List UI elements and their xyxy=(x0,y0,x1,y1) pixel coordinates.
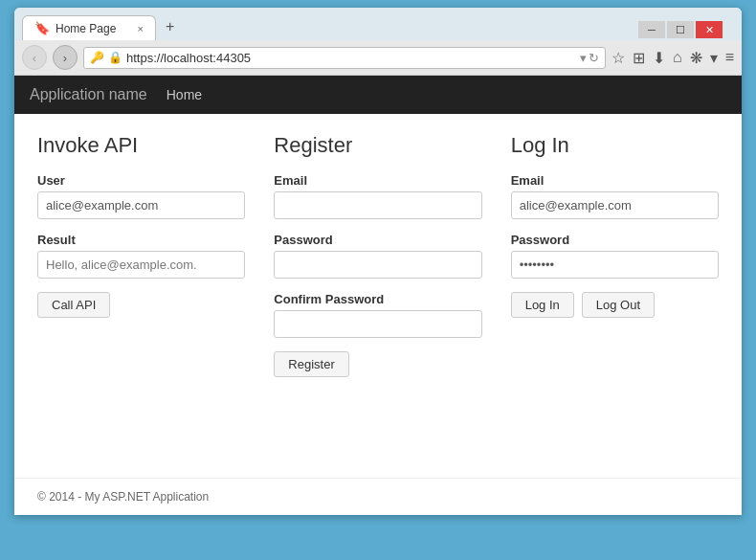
register-email-label: Email xyxy=(274,173,481,188)
login-email-input[interactable] xyxy=(511,191,719,219)
tab-icon: 🔖 xyxy=(34,21,50,35)
register-button[interactable]: Register xyxy=(274,351,348,377)
lock-icon: 🔒 xyxy=(108,51,122,64)
footer: © 2014 - My ASP.NET Application xyxy=(14,478,742,515)
login-section: Log In Email Password Log In Log Out xyxy=(511,133,719,377)
minimize-button[interactable]: ─ xyxy=(638,21,665,38)
result-label: Result xyxy=(37,233,245,247)
register-password-field-group: Password xyxy=(274,233,481,279)
user-input[interactable] xyxy=(37,191,245,219)
register-title: Register xyxy=(274,133,481,158)
result-field-group: Result xyxy=(37,233,245,279)
forward-icon: › xyxy=(63,51,67,65)
reload-icon[interactable]: ↻ xyxy=(589,51,599,65)
key-icon: 🔑 xyxy=(90,51,104,64)
register-password-input[interactable] xyxy=(274,251,481,279)
address-dropdown-icon[interactable]: ▾ xyxy=(580,51,587,65)
login-email-field-group: Email xyxy=(511,173,719,219)
register-confirm-input[interactable] xyxy=(274,310,481,338)
result-input[interactable] xyxy=(37,251,245,279)
user-field-group: User xyxy=(37,173,245,219)
clipboard-icon[interactable]: ⊞ xyxy=(633,49,645,67)
forward-button[interactable]: › xyxy=(53,45,78,70)
login-password-label: Password xyxy=(511,233,719,247)
download-icon[interactable]: ⬇ xyxy=(653,49,665,67)
register-email-field-group: Email xyxy=(274,173,481,219)
call-api-button[interactable]: Call API xyxy=(37,292,110,318)
login-title: Log In xyxy=(511,133,719,158)
new-tab-button[interactable]: + xyxy=(158,13,182,40)
home-icon[interactable]: ⌂ xyxy=(673,49,682,66)
main-content: Invoke API User Result Call API Register xyxy=(14,114,742,478)
tab-close-button[interactable]: × xyxy=(138,23,144,34)
browser-tab[interactable]: 🔖 Home Page × xyxy=(22,15,156,40)
login-btn-row: Log In Log Out xyxy=(511,292,719,318)
login-button[interactable]: Log In xyxy=(511,292,574,318)
login-password-field-group: Password xyxy=(511,233,719,279)
app-navbar: Application name Home xyxy=(14,76,742,114)
user-label: User xyxy=(37,173,245,188)
toolbar-dropdown-icon[interactable]: ▾ xyxy=(710,49,718,67)
register-confirm-field-group: Confirm Password xyxy=(274,292,481,338)
register-email-input[interactable] xyxy=(274,191,481,219)
invoke-api-section: Invoke API User Result Call API xyxy=(37,133,274,377)
back-button[interactable]: ‹ xyxy=(22,45,47,70)
bookmark-icon[interactable]: ☆ xyxy=(611,49,625,67)
register-section: Register Email Password Confirm Password… xyxy=(274,133,510,377)
login-email-label: Email xyxy=(511,173,719,188)
close-button[interactable]: ✕ xyxy=(696,21,723,38)
tab-title: Home Page xyxy=(56,22,116,35)
invoke-api-title: Invoke API xyxy=(37,133,245,158)
login-password-input[interactable] xyxy=(511,251,719,279)
maximize-button[interactable]: ☐ xyxy=(667,21,694,38)
extension-icon[interactable]: ❋ xyxy=(690,49,702,67)
register-password-label: Password xyxy=(274,233,481,247)
footer-text: © 2014 - My ASP.NET Application xyxy=(37,490,209,504)
register-confirm-label: Confirm Password xyxy=(274,292,481,306)
nav-home-link[interactable]: Home xyxy=(167,87,202,102)
address-bar[interactable] xyxy=(126,51,576,65)
menu-icon[interactable]: ≡ xyxy=(725,49,734,66)
back-icon: ‹ xyxy=(33,51,36,65)
logout-button[interactable]: Log Out xyxy=(582,292,655,318)
app-name: Application name xyxy=(30,86,147,103)
